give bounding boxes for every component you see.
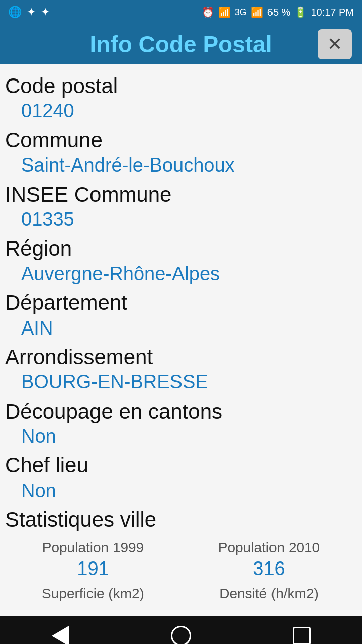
stats-section: Statistiques ville Population 1999 191 P…: [5, 507, 357, 605]
home-button[interactable]: [166, 621, 196, 644]
close-button[interactable]: ✕: [318, 29, 352, 59]
stats-superficie: Superficie (km2): [5, 584, 181, 606]
field-region: Région Auvergne-Rhône-Alpes: [5, 236, 357, 286]
label-decoupage: Découpage en cantons: [5, 399, 357, 424]
wifi-icon: 📶: [218, 6, 231, 18]
recents-icon: [293, 627, 311, 644]
home-icon: [171, 626, 191, 644]
app-header: Info Code Postal ✕: [0, 24, 362, 64]
label-commune: Commune: [5, 128, 357, 153]
app-title: Info Code Postal: [44, 31, 318, 58]
time-display: 10:17 PM: [311, 7, 354, 18]
recents-button[interactable]: [287, 621, 317, 644]
back-button[interactable]: [45, 621, 75, 644]
network-icon: 3G: [235, 7, 247, 18]
label-region: Région: [5, 236, 357, 261]
stats-densite: Densité (h/km2): [181, 584, 357, 606]
status-left-icons: 🌐 ✦ ✦: [8, 6, 50, 19]
value-departement: AIN: [21, 316, 357, 341]
label-chef-lieu: Chef lieu: [5, 453, 357, 478]
label-code-postal: Code postal: [5, 73, 357, 99]
value-region: Auvergne-Rhône-Alpes: [21, 262, 357, 286]
status-bar: 🌐 ✦ ✦ ⏰ 📶 3G 📶 65 % 🔋 10:17 PM: [0, 0, 362, 24]
back-icon: [52, 626, 69, 644]
field-commune: Commune Saint-André-le-Bouchoux: [5, 128, 357, 178]
status-right-icons: ⏰ 📶 3G 📶 65 % 🔋 10:17 PM: [202, 6, 354, 18]
stats-densite-label: Densité (h/km2): [219, 586, 319, 602]
value-arrondissement: BOURG-EN-BRESSE: [21, 370, 357, 394]
value-commune: Saint-André-le-Bouchoux: [21, 153, 357, 178]
navigation-bar: [0, 616, 362, 644]
field-insee-commune: INSEE Commune 01335: [5, 182, 357, 232]
main-content: Code postal 01240 Commune Saint-André-le…: [0, 64, 362, 616]
field-code-postal: Code postal 01240: [5, 73, 357, 124]
field-decoupage: Découpage en cantons Non: [5, 399, 357, 449]
battery-text: 65 %: [267, 7, 291, 18]
close-icon: ✕: [327, 34, 342, 55]
label-arrondissement: Arrondissement: [5, 345, 357, 370]
signal-icon: 📶: [251, 6, 263, 18]
label-insee-commune: INSEE Commune: [5, 182, 357, 207]
value-insee-commune: 01335: [21, 207, 357, 232]
battery-icon: 🔋: [294, 6, 307, 18]
globe-icon: 🌐: [8, 6, 22, 19]
field-arrondissement: Arrondissement BOURG-EN-BRESSE: [5, 345, 357, 395]
value-chef-lieu: Non: [21, 478, 357, 503]
field-departement: Département AIN: [5, 290, 357, 341]
stats-population-2010: Population 2010 316: [181, 538, 357, 582]
alarm-icon: ⏰: [202, 6, 214, 18]
stats-pop2010-label: Population 2010: [218, 540, 320, 556]
stats-population-1999: Population 1999 191: [5, 538, 181, 582]
label-departement: Département: [5, 290, 357, 315]
stats-pop1999-value: 191: [77, 558, 109, 580]
label-statistiques: Statistiques ville: [5, 507, 357, 532]
stats-pop2010-value: 316: [253, 558, 285, 580]
value-decoupage: Non: [21, 424, 357, 449]
stats-pop1999-label: Population 1999: [42, 540, 144, 556]
stats-superficie-label: Superficie (km2): [42, 586, 144, 602]
usb-icon: ✦: [27, 6, 36, 19]
stats-grid: Population 1999 191 Population 2010 316 …: [5, 538, 357, 606]
usb2-icon: ✦: [41, 6, 50, 19]
field-chef-lieu: Chef lieu Non: [5, 453, 357, 503]
value-code-postal: 01240: [21, 99, 357, 123]
